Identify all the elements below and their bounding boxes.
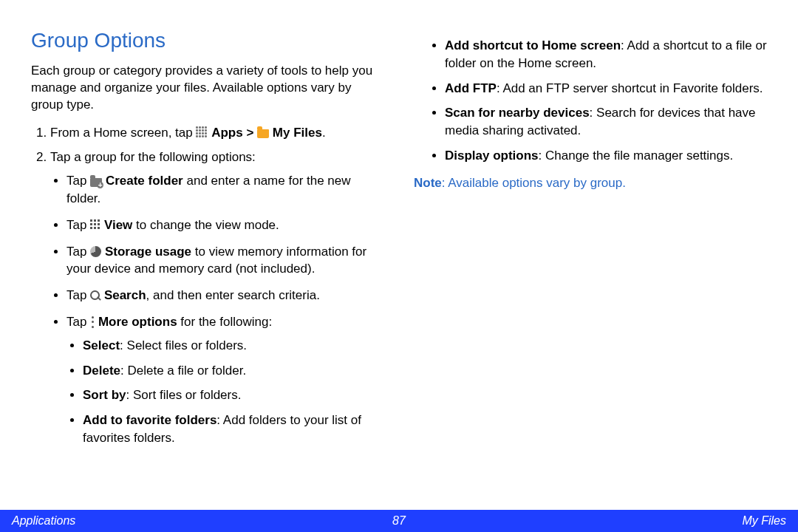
step-2: Tap a group for the following options: T… [50, 149, 384, 446]
sub-favorites: Add to favorite folders: Add folders to … [83, 412, 384, 447]
option-storage: Tap Storage usage to view memory informa… [66, 243, 384, 279]
section-heading: Group Options [31, 30, 384, 52]
step-1-prefix: From a Home screen, tap [50, 126, 196, 140]
sub-select: Select: Select files or folders. [83, 337, 384, 355]
sub-delete-rest: : Delete a file or folder. [120, 364, 246, 378]
sub-home-shortcut: Add shortcut to Home screen: Add a short… [445, 37, 767, 72]
sub-display-rest: : Change the file manager settings. [539, 149, 734, 163]
right-column: Add shortcut to Home screen: Add a short… [414, 30, 767, 502]
more-options-icon [90, 316, 95, 328]
sub-delete-label: Delete [83, 364, 120, 378]
more-options-sublist: Select: Select files or folders. Delete:… [66, 337, 384, 447]
footer-page-number: 87 [392, 514, 406, 528]
tap-text: Tap [66, 315, 90, 329]
more-options-rest: for the following: [177, 315, 273, 329]
sub-favorites-label: Add to favorite folders [83, 413, 216, 427]
sub-scan: Scan for nearby devices: Search for devi… [445, 104, 767, 140]
footer-right: My Files [742, 514, 786, 528]
more-options-label-text: More options [98, 315, 177, 329]
sub-ftp-rest: : Add an FTP server shortcut in Favorite… [497, 81, 763, 95]
search-label: Search [104, 288, 146, 302]
option-view: Tap View to change the view mode. [66, 216, 384, 234]
more-options-sublist-continued: Add shortcut to Home screen: Add a short… [414, 37, 767, 165]
sub-display-label: Display options [445, 149, 539, 163]
left-column: Group Options Each group or category pro… [31, 30, 384, 502]
sub-home-label: Add shortcut to Home screen [445, 38, 621, 52]
sub-sortby: Sort by: Sort files or folders. [83, 386, 384, 404]
storage-pie-icon [90, 246, 101, 257]
apps-label: Apps [211, 126, 243, 140]
search-rest: , and then enter search criteria. [146, 288, 320, 302]
storage-label-text: Storage usage [105, 245, 191, 259]
view-rest: to change the view mode. [132, 218, 279, 232]
manual-page: Group Options Each group or category pro… [0, 0, 798, 532]
tap-text: Tap [66, 245, 90, 259]
note-label: Note [414, 176, 442, 190]
steps-list: From a Home screen, tap Apps > My Files.… [31, 124, 384, 447]
step-1-suffix: . [322, 126, 326, 140]
sub-select-label: Select [83, 338, 120, 352]
sub-sortby-label: Sort by [83, 388, 126, 402]
sub-add-ftp: Add FTP: Add an FTP server shortcut in F… [445, 80, 767, 98]
sub-sortby-rest: : Sort files or folders. [126, 388, 242, 402]
myfiles-text: My Files [273, 126, 322, 140]
tap-text: Tap [66, 174, 90, 188]
option-more: Tap More options for the following: Sele… [66, 313, 384, 447]
search-icon [90, 290, 100, 301]
search-label-text: Search [104, 288, 146, 302]
folder-icon [257, 129, 269, 138]
footer-left: Applications [12, 514, 75, 528]
sub-select-rest: : Select files or folders. [120, 338, 247, 352]
tap-text: Tap [66, 288, 90, 302]
page-footer: Applications 87 My Files [0, 510, 798, 532]
view-grid-icon [90, 219, 100, 230]
view-label: View [104, 218, 132, 232]
myfiles-label: My Files [273, 126, 322, 140]
tap-text: Tap [66, 218, 90, 232]
option-create-folder: Tap Create folder and enter a name for t… [66, 172, 384, 208]
options-list: Tap Create folder and enter a name for t… [50, 172, 384, 447]
option-search: Tap Search, and then enter search criter… [66, 287, 384, 304]
intro-paragraph: Each group or category provides a variet… [31, 63, 384, 114]
sub-ftp-label: Add FTP [445, 81, 497, 95]
view-label-text: View [104, 218, 132, 232]
create-folder-icon [90, 178, 102, 187]
gt-separator: > [246, 126, 257, 140]
sub-delete: Delete: Delete a file or folder. [83, 362, 384, 380]
more-options-label: More options [98, 315, 177, 329]
sub-scan-label: Scan for nearby devices [445, 106, 590, 120]
sub-display-options: Display options: Change the file manager… [445, 147, 767, 165]
apps-grid-icon [196, 126, 208, 138]
create-folder-label-text: Create folder [106, 174, 183, 188]
note-rest: : Available options vary by group. [442, 176, 626, 190]
note-line: Note: Available options vary by group. [414, 175, 767, 192]
create-folder-label: Create folder [106, 174, 183, 188]
step-2-text: Tap a group for the following options: [50, 150, 256, 164]
two-column-layout: Group Options Each group or category pro… [31, 30, 767, 502]
storage-label: Storage usage [105, 245, 191, 259]
step-1: From a Home screen, tap Apps > My Files. [50, 124, 384, 142]
